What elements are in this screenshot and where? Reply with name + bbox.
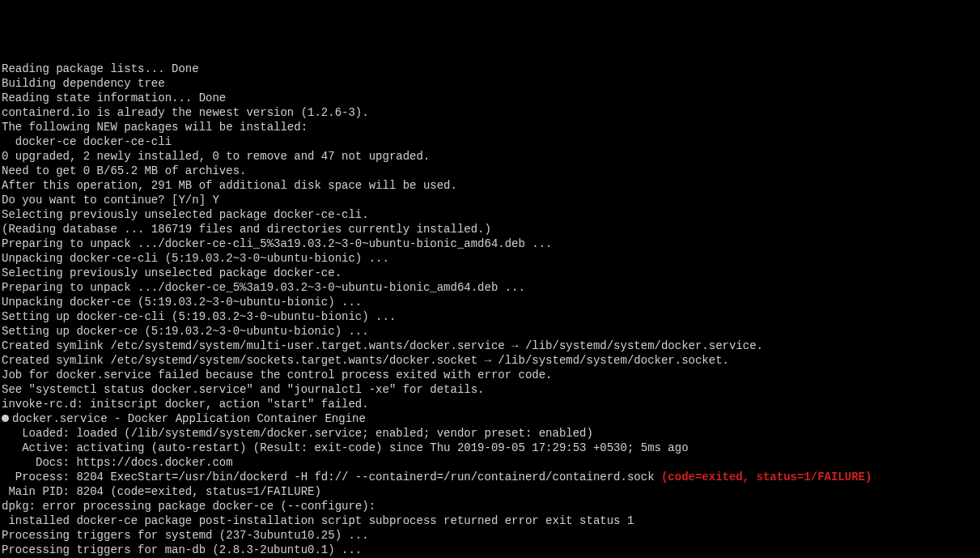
terminal-line: See "systemctl status docker.service" an…: [2, 382, 978, 397]
terminal-text: Created symlink /etc/systemd/system/sock…: [2, 354, 729, 367]
terminal-line: Active: activating (auto-restart) (Resul…: [2, 441, 978, 455]
terminal-line: Unpacking docker-ce (5:19.03.2~3-0~ubunt…: [2, 295, 978, 309]
terminal-line: Selecting previously unselected package …: [2, 207, 978, 222]
terminal-line: The following NEW packages will be insta…: [2, 120, 978, 134]
terminal-line: (Reading database ... 186719 files and d…: [2, 222, 978, 236]
terminal-text: 0 upgraded, 2 newly installed, 0 to remo…: [2, 150, 430, 163]
terminal-line: installed docker-ce package post-install…: [2, 513, 978, 528]
terminal-text: Selecting previously unselected package …: [2, 266, 342, 279]
terminal-text: Docs: https://docs.docker.com: [2, 456, 233, 469]
terminal-line: docker.service - Docker Application Cont…: [2, 411, 978, 426]
terminal-text: Reading state information... Done: [2, 92, 226, 104]
terminal-line: Process: 8204 ExecStart=/usr/bin/dockerd…: [2, 470, 978, 484]
terminal-text: After this operation, 291 MB of addition…: [2, 179, 457, 192]
terminal-text: Process: 8204 ExecStart=/usr/bin/dockerd…: [2, 471, 661, 483]
terminal-text: Job for docker.service failed because th…: [2, 368, 553, 381]
terminal-line: containerd.io is already the newest vers…: [2, 105, 978, 120]
terminal-text: installed docker-ce package post-install…: [2, 514, 634, 527]
terminal-text: The following NEW packages will be insta…: [2, 121, 308, 134]
terminal-text: Active: activating (auto-restart) (Resul…: [2, 441, 689, 454]
terminal-line: dpkg: error processing package docker-ce…: [2, 499, 978, 513]
terminal-text: Unpacking docker-ce-cli (5:19.03.2~3-0~u…: [2, 252, 389, 265]
terminal-line: Job for docker.service failed because th…: [2, 368, 978, 382]
terminal-line: Reading package lists... Done: [2, 62, 978, 76]
terminal-text: Processing triggers for systemd (237-3ub…: [2, 529, 369, 542]
error-text: (code=exited, status=1/FAILURE): [661, 471, 872, 483]
terminal-line: Unpacking docker-ce-cli (5:19.03.2~3-0~u…: [2, 251, 978, 266]
terminal-text: Processing triggers for man-db (2.8.3-2u…: [2, 543, 362, 556]
terminal-line: Main PID: 8204 (code=exited, status=1/FA…: [2, 484, 978, 499]
terminal-text: Need to get 0 B/65.2 MB of archives.: [2, 164, 246, 177]
terminal-text: Do you want to continue? [Y/n] Y: [2, 194, 219, 207]
terminal-line: Reading state information... Done: [2, 91, 978, 105]
terminal-line: Processing triggers for man-db (2.8.3-2u…: [2, 543, 978, 557]
terminal-line: Preparing to unpack .../docker-ce_5%3a19…: [2, 280, 978, 295]
terminal-line: Preparing to unpack .../docker-ce-cli_5%…: [2, 236, 978, 251]
terminal-line: docker-ce docker-ce-cli: [2, 134, 978, 149]
terminal-line: Processing triggers for systemd (237-3ub…: [2, 528, 978, 543]
terminal-text: dpkg: error processing package docker-ce…: [2, 500, 375, 513]
terminal-line: Building dependency tree: [2, 76, 978, 91]
terminal-line: Setting up docker-ce-cli (5:19.03.2~3-0~…: [2, 309, 978, 324]
terminal-text: Unpacking docker-ce (5:19.03.2~3-0~ubunt…: [2, 296, 362, 309]
terminal-text: invoke-rc.d: initscript docker, action "…: [2, 398, 369, 411]
terminal-text: Building dependency tree: [2, 77, 165, 90]
terminal-text: containerd.io is already the newest vers…: [2, 106, 369, 119]
terminal-line: After this operation, 291 MB of addition…: [2, 178, 978, 193]
terminal-text: Setting up docker-ce-cli (5:19.03.2~3-0~…: [2, 310, 396, 323]
terminal-text: docker-ce docker-ce-cli: [2, 135, 172, 148]
terminal-text: Preparing to unpack .../docker-ce-cli_5%…: [2, 237, 553, 250]
terminal-text: (Reading database ... 186719 files and d…: [2, 223, 491, 236]
terminal-text: Created symlink /etc/systemd/system/mult…: [2, 339, 763, 352]
terminal-text: Loaded: loaded (/lib/systemd/system/dock…: [2, 427, 593, 440]
terminal-line: Setting up docker-ce (5:19.03.2~3-0~ubun…: [2, 324, 978, 339]
terminal-line: Created symlink /etc/systemd/system/sock…: [2, 353, 978, 368]
terminal-text: Reading package lists... Done: [2, 62, 199, 75]
terminal-text: Preparing to unpack .../docker-ce_5%3a19…: [2, 281, 525, 294]
terminal-text: Selecting previously unselected package …: [2, 208, 369, 221]
terminal-line: Created symlink /etc/systemd/system/mult…: [2, 339, 978, 353]
terminal-text: Setting up docker-ce (5:19.03.2~3-0~ubun…: [2, 325, 369, 338]
terminal-line: Docs: https://docs.docker.com: [2, 455, 978, 470]
terminal-line: 0 upgraded, 2 newly installed, 0 to remo…: [2, 149, 978, 164]
terminal-text: Main PID: 8204 (code=exited, status=1/FA…: [2, 485, 321, 498]
terminal-text: docker.service - Docker Application Cont…: [12, 412, 366, 425]
terminal-line: invoke-rc.d: initscript docker, action "…: [2, 397, 978, 411]
terminal-line: Selecting previously unselected package …: [2, 266, 978, 280]
terminal-line: Need to get 0 B/65.2 MB of archives.: [2, 164, 978, 178]
terminal-output[interactable]: Reading package lists... DoneBuilding de…: [2, 62, 978, 558]
terminal-line: Loaded: loaded (/lib/systemd/system/dock…: [2, 426, 978, 441]
status-dot-icon: [2, 415, 9, 422]
terminal-text: See "systemctl status docker.service" an…: [2, 383, 485, 396]
terminal-line: Do you want to continue? [Y/n] Y: [2, 193, 978, 207]
